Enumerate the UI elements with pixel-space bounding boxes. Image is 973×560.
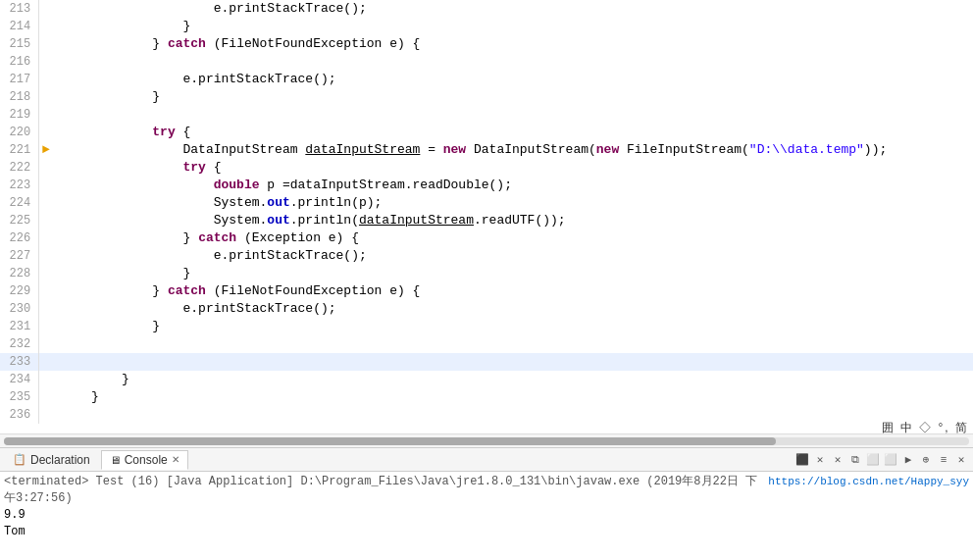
line-arrow [39,212,53,229]
console-output-line-2: Tom [4,524,969,540]
toolbar-btn-menu[interactable]: ≡ [936,452,951,468]
line-arrow [39,88,53,106]
code-line: e.printStackTrace(); [53,71,973,88]
console-status-line: https://blog.csdn.net/Happy_syy <termina… [4,474,969,507]
code-line: } [53,371,973,388]
line-arrow [39,247,53,265]
console-url[interactable]: https://blog.csdn.net/Happy_syy [768,474,969,490]
line-arrow [39,282,53,300]
line-number: 222 [0,159,39,177]
code-line: } [53,88,973,106]
line-number: 229 [0,282,39,300]
code-line: DataInputStream dataInputStream = new Da… [53,141,973,159]
line-arrow [39,318,53,335]
code-line: e.printStackTrace(); [53,0,973,18]
code-line: e.printStackTrace(); [53,300,973,318]
line-arrow [39,229,53,247]
line-arrow [39,124,53,141]
line-arrow [39,406,53,424]
code-line [53,335,973,353]
line-arrow: ► [39,141,53,159]
line-arrow [39,159,53,177]
scrollbar-track[interactable] [4,437,969,445]
code-scroll-area[interactable]: 213 e.printStackTrace();214 }215 } catch… [0,0,973,433]
code-line [53,53,973,71]
line-arrow [39,106,53,124]
line-number: 213 [0,0,39,18]
line-number: 234 [0,371,39,388]
line-arrow [39,0,53,18]
toolbar-btn-clear2[interactable]: ✕ [830,452,845,468]
console-icon: 🖥 [110,454,121,466]
line-arrow [39,371,53,388]
line-arrow [39,71,53,88]
code-line: } [53,18,973,35]
code-line: try { [53,124,973,141]
line-number: 215 [0,35,39,53]
console-toolbar: ⬛ ✕ ✕ ⧉ ⬜ ⬜ ▶ ⊕ ≡ ✕ [794,452,969,468]
line-number: 223 [0,177,39,194]
toolbar-btn-add[interactable]: ⊕ [918,452,934,468]
code-line: } catch (FileNotFoundException e) { [53,282,973,300]
console-status-text: <terminated> Test (16) [Java Application… [4,475,757,505]
declaration-icon: 📋 [13,453,26,466]
toolbar-btn-close[interactable]: ✕ [953,452,969,468]
code-line: } [53,388,973,406]
line-number: 226 [0,229,39,247]
line-arrow [39,194,53,212]
line-number: 214 [0,18,39,35]
code-table: 213 e.printStackTrace();214 }215 } catch… [0,0,973,424]
line-arrow [39,388,53,406]
line-arrow [39,335,53,353]
line-number: 235 [0,388,39,406]
line-number: 232 [0,335,39,353]
code-line [53,353,973,371]
code-line [53,406,973,424]
toolbar-btn-run[interactable]: ▶ [900,452,916,468]
scrollbar-thumb[interactable] [4,437,776,445]
tab-console[interactable]: 🖥 Console ✕ [101,450,188,470]
line-number: 217 [0,71,39,88]
code-line: System.out.println(dataInputStream.readU… [53,212,973,229]
tab-bar: 📋 Declaration 🖥 Console ✕ ⬛ ✕ ✕ ⧉ ⬜ ⬜ ▶ … [0,448,973,472]
line-number: 236 [0,406,39,424]
line-number: 227 [0,247,39,265]
code-editor: 213 e.printStackTrace();214 }215 } catch… [0,0,973,447]
code-line: double p =dataInputStream.readDouble(); [53,177,973,194]
toolbar-btn-copy[interactable]: ⬜ [865,452,881,468]
line-arrow [39,35,53,53]
line-arrow [39,265,53,282]
line-arrow [39,300,53,318]
line-number: 228 [0,265,39,282]
line-number: 231 [0,318,39,335]
code-line: } catch (FileNotFoundException e) { [53,35,973,53]
code-line: System.out.println(p); [53,194,973,212]
horizontal-scrollbar[interactable] [0,433,973,447]
line-number: 220 [0,124,39,141]
declaration-tab-label: Declaration [30,453,90,467]
line-number: 230 [0,300,39,318]
line-number: 233 [0,353,39,371]
code-line: } [53,318,973,335]
code-line: e.printStackTrace(); [53,247,973,265]
line-arrow [39,53,53,71]
line-arrow [39,18,53,35]
code-line [53,106,973,124]
tab-declaration[interactable]: 📋 Declaration [4,450,99,470]
bottom-panel: 📋 Declaration 🖥 Console ✕ ⬛ ✕ ✕ ⧉ ⬜ ⬜ ▶ … [0,447,973,560]
line-arrow [39,353,53,371]
toolbar-btn-scroll[interactable]: ⧉ [847,452,863,468]
line-arrow [39,177,53,194]
code-line: } [53,265,973,282]
line-number: 218 [0,88,39,106]
toolbar-btn-clear[interactable]: ✕ [812,452,828,468]
toolbar-btn-paste[interactable]: ⬜ [883,452,898,468]
code-line: try { [53,159,973,177]
console-output-line-1: 9.9 [4,507,969,524]
toolbar-btn-stop[interactable]: ⬛ [794,452,810,468]
console-output: https://blog.csdn.net/Happy_syy <termina… [0,472,973,560]
line-number: 216 [0,53,39,71]
console-tab-close[interactable]: ✕ [172,454,179,465]
editor-toolbar-right: 囲 中 ◇ °, 简 [882,420,969,436]
line-number: 219 [0,106,39,124]
